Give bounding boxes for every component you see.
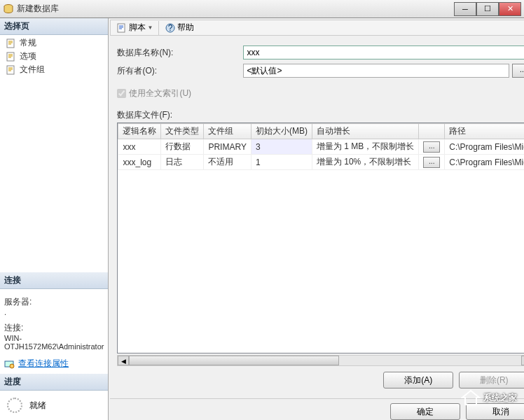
progress-body: 就绪: [0, 391, 108, 420]
db-files-label: 数据库文件(F):: [117, 109, 524, 121]
sidebar-item-label: 常规: [20, 37, 36, 49]
cell-name[interactable]: xxx: [118, 139, 161, 155]
script-icon: [116, 22, 127, 34]
fulltext-checkbox: [117, 89, 126, 98]
help-button[interactable]: ? 帮助: [162, 20, 197, 35]
ok-button[interactable]: 确定: [390, 403, 460, 420]
page-icon: [6, 38, 17, 48]
connection-header: 连接: [0, 272, 108, 289]
col-initial-size[interactable]: 初始大小(MB): [251, 124, 312, 139]
watermark: 系统之家: [461, 389, 517, 406]
autogrowth-edit-button[interactable]: ...: [423, 157, 440, 168]
database-icon: [3, 4, 14, 15]
svg-point-5: [10, 364, 14, 368]
progress-header: 进度: [0, 374, 108, 391]
fulltext-label: 使用全文索引(U): [129, 88, 191, 99]
cell-group[interactable]: PRIMARY: [204, 139, 251, 155]
cell-group[interactable]: 不适用: [204, 155, 251, 170]
sidebar-item-filegroups[interactable]: 文件组: [3, 63, 105, 76]
content-area: 脚本 ▼ ? 帮助 数据库名称(N): 所有者(O): ... 使用全文索引(U…: [109, 18, 524, 420]
sidebar: 选择页 常规 选项 文件组 连接 服务器: . 连接: WIN-OTJH1572…: [0, 18, 109, 420]
window-buttons: ─ ☐ ✕: [454, 2, 521, 16]
sidebar-item-options[interactable]: 选项: [3, 50, 105, 63]
sidebar-item-general[interactable]: 常规: [3, 36, 105, 50]
server-label: 服务器:: [4, 296, 104, 308]
sidebar-item-label: 选项: [20, 50, 36, 62]
svg-rect-6: [118, 24, 125, 32]
add-button[interactable]: 添加(A): [383, 372, 453, 388]
col-autogrowth[interactable]: 自动增长: [312, 124, 418, 139]
form-area: 数据库名称(N): 所有者(O): ... 使用全文索引(U) 数据库文件(F)…: [110, 36, 524, 398]
autogrowth-edit-button[interactable]: ...: [423, 141, 440, 153]
titlebar: 新建数据库 ─ ☐ ✕: [0, 0, 524, 18]
maximize-button[interactable]: ☐: [476, 2, 499, 16]
progress-spinner-icon: [7, 398, 22, 413]
col-file-type[interactable]: 文件类型: [161, 124, 204, 139]
scroll-left-button[interactable]: ◀: [118, 356, 129, 365]
col-autogrowth-btn: [419, 124, 445, 139]
sidebar-item-label: 文件组: [20, 64, 45, 76]
scroll-thumb[interactable]: [129, 356, 339, 365]
cell-growth[interactable]: 增量为 1 MB，不限制增长: [312, 139, 418, 155]
help-label: 帮助: [177, 22, 194, 34]
server-value: .: [4, 308, 104, 316]
progress-status: 就绪: [29, 400, 46, 412]
owner-browse-button[interactable]: ...: [512, 64, 524, 78]
cell-path[interactable]: C:\Program Files\Mic: [445, 139, 524, 155]
svg-rect-2: [7, 52, 14, 61]
chevron-down-icon: ▼: [147, 24, 153, 31]
cell-path[interactable]: C:\Program Files\Mic: [445, 155, 524, 170]
owner-input[interactable]: [243, 64, 509, 78]
svg-text:?: ?: [168, 23, 173, 33]
db-name-input[interactable]: [243, 46, 524, 59]
connection-value: WIN-OTJH1572M62\Administrator: [4, 334, 104, 351]
connection-icon: [4, 359, 15, 369]
col-file-group[interactable]: 文件组: [204, 124, 251, 139]
col-path[interactable]: 路径: [445, 124, 524, 139]
col-logical-name[interactable]: 逻辑名称: [118, 124, 161, 139]
owner-label: 所有者(O):: [117, 65, 243, 77]
script-button[interactable]: 脚本 ▼: [113, 20, 156, 35]
cell-type[interactable]: 行数据: [161, 139, 204, 155]
toolbar-separator: [158, 21, 159, 35]
svg-rect-3: [7, 66, 14, 74]
close-button[interactable]: ✕: [499, 2, 521, 16]
minimize-button[interactable]: ─: [454, 2, 476, 16]
house-icon: [461, 389, 481, 406]
db-name-label: 数据库名称(N):: [117, 47, 243, 59]
connection-label: 连接:: [4, 322, 104, 334]
svg-rect-1: [7, 39, 14, 48]
cell-size[interactable]: 3: [251, 139, 312, 155]
table-row[interactable]: xxx 行数据 PRIMARY 3 增量为 1 MB，不限制增长 ... C:\…: [118, 139, 524, 155]
table-row[interactable]: xxx_log 日志 不适用 1 增量为 10%，不限制增长 ... C:\Pr…: [118, 155, 524, 170]
help-icon: ?: [165, 22, 176, 34]
view-connection-properties-link[interactable]: 查看连接属性: [18, 358, 69, 370]
window-title: 新建数据库: [17, 3, 454, 15]
cell-name[interactable]: xxx_log: [118, 155, 161, 170]
select-page-header: 选择页: [0, 18, 108, 35]
page-icon: [6, 65, 17, 75]
cell-growth[interactable]: 增量为 10%，不限制增长: [312, 155, 418, 170]
script-label: 脚本: [129, 22, 146, 34]
cell-size[interactable]: 1: [251, 155, 312, 170]
toolbar: 脚本 ▼ ? 帮助: [110, 20, 524, 36]
files-grid[interactable]: 逻辑名称 文件类型 文件组 初始大小(MB) 自动增长 路径 xxx 行数据: [117, 122, 524, 354]
connection-body: 服务器: . 连接: WIN-OTJH1572M62\Administrator…: [0, 289, 108, 374]
page-icon: [6, 52, 17, 62]
horizontal-scrollbar[interactable]: ◀ ▶: [117, 355, 524, 366]
cell-type[interactable]: 日志: [161, 155, 204, 170]
select-page-body: 常规 选项 文件组: [0, 35, 108, 78]
scroll-right-button[interactable]: ▶: [521, 356, 524, 365]
remove-button: 删除(R): [459, 372, 524, 388]
